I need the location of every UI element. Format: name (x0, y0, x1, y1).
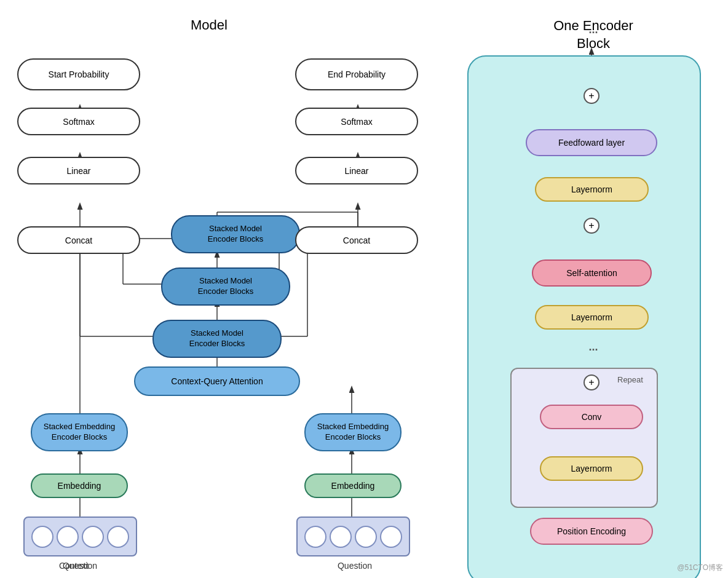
softmax-left-node: Softmax (17, 108, 140, 135)
conv-node: Conv (540, 405, 643, 429)
layernorm-bottom-node: Layernorm (540, 456, 643, 481)
context-input-box (23, 517, 137, 556)
plus-repeat: + (584, 374, 599, 390)
context-query-attention-node: Context-Query Attention (134, 366, 300, 396)
diagram-container: Model One EncoderBlock Start Probability… (0, 0, 728, 578)
layernorm-top-node: Layernorm (535, 177, 649, 202)
stacked-model-3-node: Stacked ModelEncoder Blocks (152, 320, 282, 358)
context-circle-3 (82, 526, 104, 548)
start-probability-node: Start Probability (17, 58, 140, 90)
context-text-label: Context (37, 561, 111, 571)
question-input-box (296, 517, 410, 556)
question-label: Question (324, 561, 386, 571)
dots-mid: ... (584, 341, 603, 354)
repeat-box (510, 368, 658, 508)
softmax-right-node: Softmax (295, 108, 418, 135)
self-attention-node: Self-attention (532, 259, 652, 287)
stacked-embed-left-node: Stacked EmbeddingEncoder Blocks (31, 413, 128, 451)
embedding-right-node: Embedding (304, 473, 402, 498)
stacked-model-2-node: Stacked ModelEncoder Blocks (161, 267, 290, 306)
context-circle-4 (107, 526, 129, 548)
layernorm-mid-node: Layernorm (535, 305, 649, 330)
question-circle-3 (355, 526, 377, 548)
position-encoding-node: Position Encoding (530, 518, 653, 545)
repeat-label: Repeat (617, 375, 643, 384)
question-circle-4 (380, 526, 402, 548)
plus-mid: + (584, 218, 599, 234)
feedforward-node: Feedfoward layer (526, 129, 657, 156)
plus-top: + (584, 88, 599, 104)
model-title: Model (148, 17, 271, 33)
context-circle-2 (57, 526, 79, 548)
question-circle-2 (330, 526, 352, 548)
context-circle-1 (31, 526, 53, 548)
stacked-embed-right-node: Stacked EmbeddingEncoder Blocks (304, 413, 402, 451)
concat-left-node: Concat (17, 226, 140, 254)
watermark: @51CTO博客 (677, 563, 723, 573)
stacked-model-1-node: Stacked ModelEncoder Blocks (171, 215, 300, 253)
question-circle-1 (304, 526, 326, 548)
dots-top: ... (584, 23, 603, 36)
linear-right-node: Linear (295, 157, 418, 184)
end-probability-node: End Probability (295, 58, 418, 90)
linear-left-node: Linear (17, 157, 140, 184)
concat-middle-node: Concat (295, 226, 418, 254)
embedding-left-node: Embedding (31, 473, 128, 498)
